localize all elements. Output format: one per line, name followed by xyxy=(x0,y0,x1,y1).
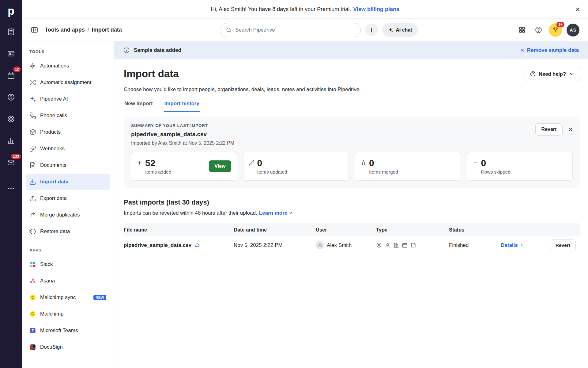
sidebar-item-merge-duplicates[interactable]: Merge duplicates xyxy=(26,207,110,223)
sidebar-item-label: Microsoft Teams xyxy=(40,328,78,334)
sparkle-icon xyxy=(388,27,393,33)
whats-new-icon[interactable]: 1+ xyxy=(549,23,562,37)
sidebar-item-asana[interactable]: Asana xyxy=(26,273,110,289)
assignment-icon xyxy=(29,79,36,86)
remove-sample-data-link[interactable]: × Remove sample data xyxy=(520,47,579,54)
sidebar-item-webhooks[interactable]: Webhooks xyxy=(26,140,110,157)
apps-section-title: APPS xyxy=(26,248,110,252)
whats-new-badge: 1+ xyxy=(556,22,564,27)
more-apps-icon[interactable] xyxy=(4,182,18,195)
mail-badge: 133 xyxy=(11,154,21,159)
close-icon[interactable]: × xyxy=(568,126,573,133)
column-header: Type xyxy=(376,227,449,233)
sidebar-item-label: Mailchimp sync xyxy=(40,294,76,301)
sidebar-item-slack[interactable]: Slack xyxy=(26,256,110,273)
note-type-icon xyxy=(410,242,416,248)
app-header: Tools and apps / Import data AI chat xyxy=(22,19,588,41)
revert-import-button[interactable]: Revert xyxy=(535,123,563,136)
stat-items-added: 52 Items added View xyxy=(131,152,237,181)
row-user: Alex Smith xyxy=(327,242,352,248)
contacts-icon[interactable] xyxy=(4,47,18,60)
breadcrumb-section[interactable]: Tools and apps xyxy=(45,27,85,33)
view-items-button[interactable]: View xyxy=(209,160,231,172)
sidebar-item-documents[interactable]: Documents xyxy=(26,157,110,174)
search-bar[interactable] xyxy=(220,23,361,37)
collapse-sidebar-icon[interactable] xyxy=(28,24,40,36)
help-icon[interactable] xyxy=(532,24,545,36)
sidebar-item-mailchimp-sync[interactable]: Mailchimp sync NEW xyxy=(26,289,110,306)
sidebar-item-label: Documents xyxy=(40,162,66,168)
chevron-right-icon xyxy=(519,243,524,248)
stat-label: Items merged xyxy=(369,169,398,175)
sidebar-item-restore-data[interactable]: Restore data xyxy=(26,223,110,240)
sidebar-item-automatic-assignment[interactable]: Automatic assignment xyxy=(26,74,110,91)
sidebar-item-label: Products xyxy=(40,129,61,135)
tools-section-title: TOOLS xyxy=(26,49,110,54)
breadcrumb-current: Import data xyxy=(92,27,122,33)
pipedrive-logo[interactable]: p xyxy=(0,0,22,22)
sidebar-item-products[interactable]: Products xyxy=(26,124,110,140)
help-circle-icon xyxy=(530,71,536,77)
sidebar-item-phone-calls[interactable]: Phone calls xyxy=(26,107,110,124)
sidebar-item-automations[interactable]: Automations xyxy=(26,58,110,74)
import-stats: 52 Items added View 0 xyxy=(131,152,573,181)
row-status: Finished xyxy=(449,242,501,248)
person-type-icon xyxy=(385,242,390,248)
mail-icon[interactable]: 133 xyxy=(4,156,18,169)
tab-new-import[interactable]: New import xyxy=(124,101,153,112)
quick-add-button[interactable] xyxy=(365,24,378,36)
row-type-icons xyxy=(376,242,449,248)
past-imports-title: Past imports (last 30 days) xyxy=(124,198,580,206)
webhook-icon xyxy=(29,145,36,152)
ai-sparkles-icon xyxy=(29,96,36,102)
leads-icon[interactable] xyxy=(4,25,18,39)
details-link[interactable]: Details xyxy=(501,242,524,248)
phone-icon xyxy=(29,112,36,119)
sidebar-item-label: Import data xyxy=(40,179,69,185)
revert-row-button[interactable]: Revert xyxy=(550,240,576,251)
tabs: New import Import history xyxy=(124,101,580,112)
marketplace-icon[interactable] xyxy=(516,24,528,36)
import-icon xyxy=(29,178,36,185)
learn-more-link[interactable]: Learn more xyxy=(259,210,294,216)
sidebar-item-docusign[interactable]: DocuSign xyxy=(26,339,110,355)
view-billing-plans-link[interactable]: View billing plans xyxy=(353,6,399,13)
page-subtitle: Choose how you’d like to import people, … xyxy=(124,86,580,93)
organization-type-icon xyxy=(393,242,399,248)
user-avatar-icon xyxy=(316,241,324,249)
search-input[interactable] xyxy=(235,27,355,33)
last-import-summary-card: SUMMARY OF YOUR LAST IMPORT pipedrive_sa… xyxy=(124,117,580,188)
calendar-badge: 12 xyxy=(13,67,21,72)
need-help-button[interactable]: Need help? xyxy=(525,67,580,81)
sidebar-item-pipedrive-ai[interactable]: Pipedrive AI xyxy=(26,91,110,107)
stat-label: Items updated xyxy=(257,169,287,175)
sidebar-item-microsoft-teams[interactable]: T Microsoft Teams xyxy=(26,322,110,339)
chevron-down-icon xyxy=(569,71,575,77)
row-date: Nov 5, 2025 2:22 PM xyxy=(234,242,316,248)
avatar[interactable]: AS xyxy=(567,24,579,36)
sidebar-item-label: Webhooks xyxy=(40,146,65,152)
insights-icon[interactable] xyxy=(4,134,18,148)
deals-icon[interactable] xyxy=(4,90,18,104)
table-row: pipedrive_sample_data.csv Nov 5, 2025 2:… xyxy=(124,236,580,254)
calendar-icon[interactable]: 12 xyxy=(4,69,18,82)
stat-items-merged: 0 Items merged xyxy=(355,152,461,181)
activity-type-icon xyxy=(402,242,408,248)
sidebar-item-mailchimp[interactable]: Mailchimp xyxy=(26,306,110,322)
stat-items-updated: 0 Items updated xyxy=(243,152,349,181)
sidebar-item-label: Export data xyxy=(40,195,67,201)
ai-chat-button[interactable]: AI chat xyxy=(382,23,417,37)
column-header: User xyxy=(316,227,376,233)
close-icon[interactable]: × xyxy=(575,5,580,13)
tab-import-history[interactable]: Import history xyxy=(164,101,200,112)
sidebar-item-import-data[interactable]: Import data xyxy=(26,174,110,190)
stat-rows-skipped: 0 Rows skipped xyxy=(467,152,573,181)
left-rail: p 12 133 xyxy=(0,0,22,368)
app-root: p 12 133 xyxy=(0,0,588,368)
sidebar-item-label: Merge duplicates xyxy=(40,212,80,218)
trial-banner: Hi, Alex Smith! You have 8 days left in … xyxy=(22,0,588,19)
summary-file-name: pipedrive_sample_data.csv xyxy=(131,131,234,138)
search-icon xyxy=(226,27,232,33)
sidebar-item-export-data[interactable]: Export data xyxy=(26,190,110,207)
target-icon[interactable] xyxy=(4,112,18,126)
